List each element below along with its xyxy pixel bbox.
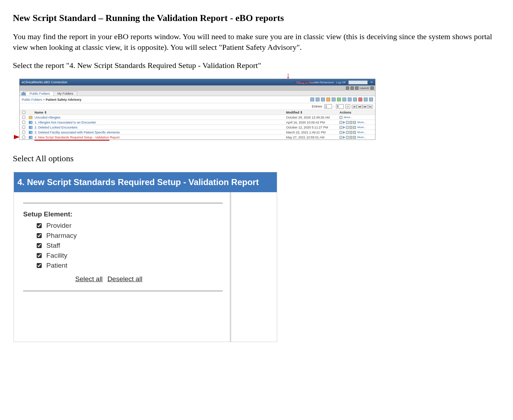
row-name[interactable]: Uncoded Allergies xyxy=(34,116,286,119)
ebo-titlebar: eClinicalWorks eBO Connection Tiffany on… xyxy=(20,79,375,85)
refresh-icon[interactable]: ⟳ xyxy=(370,81,373,84)
output-icon[interactable] xyxy=(349,136,352,139)
breadcrumb-root[interactable]: Public Folders xyxy=(22,98,42,101)
deselect-all-link[interactable]: Deselect all xyxy=(107,275,142,283)
tab-public-folders[interactable]: Public Folders xyxy=(26,91,54,96)
list-view-icon[interactable] xyxy=(310,98,314,101)
search-icon[interactable] xyxy=(346,86,349,90)
new-package-icon[interactable] xyxy=(326,98,330,101)
entries-to-input[interactable] xyxy=(336,104,344,109)
run-icon[interactable] xyxy=(343,136,345,139)
portal-view-toggle[interactable]: Portal View xyxy=(348,80,368,84)
list-row[interactable]: 2. Deleted Locked EncountersOctober 12, … xyxy=(20,125,375,130)
properties-icon[interactable] xyxy=(340,121,342,124)
select-all-checkbox[interactable] xyxy=(22,111,25,114)
properties-icon[interactable] xyxy=(340,131,342,134)
dropdown-icon[interactable] xyxy=(370,86,374,90)
breadcrumb: Public Folders > Patient Safety Advisory xyxy=(22,98,82,101)
pager-last-button[interactable]: ▸| xyxy=(368,105,373,109)
tab-my-folders[interactable]: My Folders xyxy=(53,91,77,96)
view-icon[interactable] xyxy=(353,126,356,129)
launch-button[interactable]: Launch xyxy=(360,86,369,90)
details-view-icon[interactable] xyxy=(316,98,320,101)
refresh-list-icon[interactable] xyxy=(337,98,341,101)
view-icon[interactable] xyxy=(353,131,356,134)
setup-option-checkbox[interactable] xyxy=(37,253,42,258)
order-icon[interactable] xyxy=(369,98,373,101)
more-link[interactable]: More... xyxy=(357,121,366,124)
list-row[interactable]: 3. Deleted Facility associated with Pati… xyxy=(20,130,375,135)
setup-option-label: Staff xyxy=(46,242,60,250)
setup-element-label: Setup Element: xyxy=(23,210,223,218)
copy-icon[interactable] xyxy=(348,98,352,101)
setup-option-checkbox[interactable] xyxy=(37,263,42,268)
row-modified: March 22, 2021 1:49:21 PM xyxy=(286,131,340,134)
properties-icon[interactable] xyxy=(340,116,342,119)
folder-tabs: Public Folders My Folders xyxy=(20,90,375,96)
more-link[interactable]: More... xyxy=(357,136,366,139)
schedule-icon[interactable] xyxy=(346,126,349,129)
row-checkbox[interactable] xyxy=(22,116,25,119)
delete-icon[interactable] xyxy=(358,98,362,101)
pager-first-button[interactable]: |◂ xyxy=(352,105,357,109)
view-icon[interactable] xyxy=(353,121,356,124)
row-actions: More... xyxy=(340,131,375,134)
row-checkbox[interactable] xyxy=(22,136,25,139)
output-icon[interactable] xyxy=(349,121,352,124)
select-all-link[interactable]: Select all xyxy=(75,275,103,283)
intro-paragraph-2: Select the report "4. New Script Standar… xyxy=(13,60,497,71)
nav-home-icon[interactable] xyxy=(21,91,26,95)
entries-go-button[interactable]: O xyxy=(345,104,350,109)
row-name[interactable]: 1. Allergies Not Associated to an Encoun… xyxy=(34,121,286,124)
output-icon[interactable] xyxy=(349,126,352,129)
run-icon[interactable] xyxy=(343,131,345,134)
setup-option-checkbox[interactable] xyxy=(37,233,42,238)
setup-option-checkbox[interactable] xyxy=(37,243,42,248)
row-checkbox[interactable] xyxy=(22,131,25,134)
setup-option: Patient xyxy=(35,262,223,269)
list-row[interactable]: 4. New Script Standards Required Setup -… xyxy=(20,135,375,140)
run-icon[interactable] xyxy=(343,126,345,129)
more-link[interactable]: More... xyxy=(357,126,366,129)
setup-option: Staff xyxy=(35,242,223,250)
properties-icon[interactable] xyxy=(340,136,342,139)
setup-option-label: Pharmacy xyxy=(46,232,77,240)
row-checkbox[interactable] xyxy=(22,126,25,129)
log-off-link[interactable]: Log Off xyxy=(336,81,346,84)
schedule-icon[interactable] xyxy=(346,136,349,139)
column-header-name[interactable]: Name ⇕ xyxy=(34,111,286,114)
view-icon[interactable] xyxy=(353,136,356,139)
cut-icon[interactable] xyxy=(342,98,346,101)
more-link[interactable]: More... xyxy=(357,131,366,134)
row-name[interactable]: 3. Deleted Facility associated with Pati… xyxy=(34,131,286,134)
home-icon[interactable] xyxy=(351,86,354,90)
schedule-icon[interactable] xyxy=(346,131,349,134)
folder-icon xyxy=(29,116,32,119)
entries-from-input[interactable] xyxy=(324,104,332,109)
output-icon[interactable] xyxy=(349,131,352,134)
list-row[interactable]: 1. Allergies Not Associated to an Encoun… xyxy=(20,120,375,125)
annotation-arrow-down-icon: ↓ xyxy=(286,70,290,80)
pager-prev-button[interactable]: ◂◂ xyxy=(357,105,362,109)
person-icon[interactable] xyxy=(355,86,358,90)
action-icon-toolbar xyxy=(310,98,373,101)
paste-icon[interactable] xyxy=(353,98,357,101)
list-row[interactable]: Uncoded AllergiesOctober 28, 2020 12:48:… xyxy=(20,115,375,120)
report-title-header: 4. New Script Standards Required Setup -… xyxy=(14,172,277,192)
schedule-icon[interactable] xyxy=(346,121,349,124)
list-header: Name ⇕ Modified ⇕ Actions xyxy=(20,110,375,115)
row-name[interactable]: 2. Deleted Locked Encounters xyxy=(34,126,286,129)
properties-icon[interactable] xyxy=(364,98,368,101)
new-url-icon[interactable] xyxy=(332,98,336,101)
row-checkbox[interactable] xyxy=(22,121,25,124)
app-title: eClinicalWorks eBO Connection xyxy=(22,80,67,84)
column-header-modified[interactable]: Modified ⇕ xyxy=(286,111,340,114)
properties-icon[interactable] xyxy=(340,126,342,129)
more-link[interactable]: More... xyxy=(344,116,353,119)
setup-option-checkbox[interactable] xyxy=(37,223,42,228)
setup-option-label: Provider xyxy=(46,222,72,230)
run-icon[interactable] xyxy=(343,121,345,124)
new-folder-icon[interactable] xyxy=(321,98,325,101)
pager-next-button[interactable]: ▸▸ xyxy=(362,105,368,109)
row-name[interactable]: 4. New Script Standards Required Setup -… xyxy=(34,136,286,139)
